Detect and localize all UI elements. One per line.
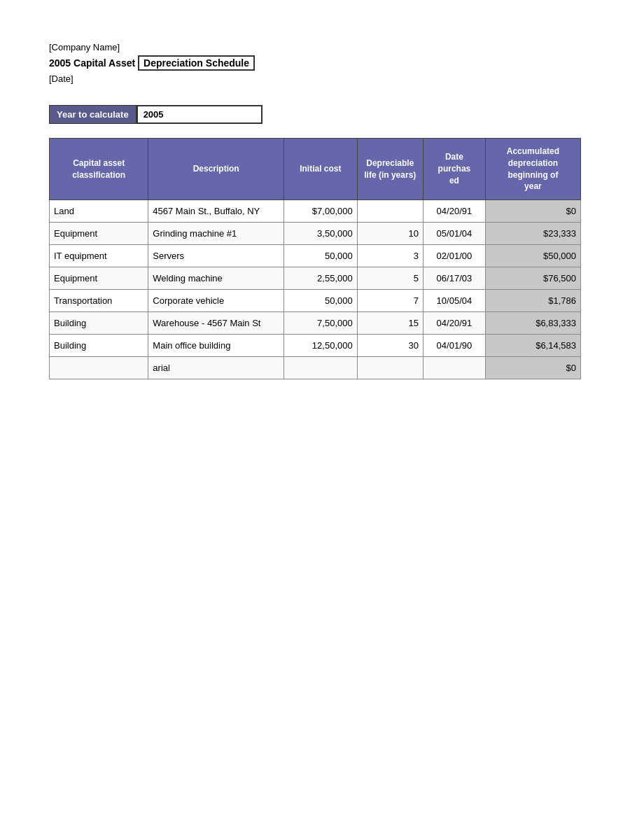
- cell-depreciable_life: 5: [357, 267, 423, 290]
- cell-date_purchased: 04/20/91: [423, 312, 485, 335]
- cell-depreciable_life: 3: [357, 245, 423, 267]
- cell-depreciable_life: 30: [357, 335, 423, 357]
- cell-classification: Building: [50, 312, 148, 335]
- col-header-accumulated: Accumulateddepreciationbeginning ofyear: [485, 139, 580, 200]
- cell-classification: Transportation: [50, 290, 148, 312]
- cell-depreciable_life: 7: [357, 290, 423, 312]
- col-header-depreciable-life: Depreciablelife (in years): [357, 139, 423, 200]
- table-row: EquipmentGrinding machine #13,50,0001005…: [50, 223, 581, 245]
- cell-initial_cost: 12,50,000: [284, 335, 358, 357]
- cell-accumulated: $6,14,583: [485, 335, 580, 357]
- col-header-description: Description: [148, 139, 284, 200]
- cell-initial_cost: 3,50,000: [284, 223, 358, 245]
- year-input[interactable]: 2005: [136, 105, 262, 124]
- cell-description: Servers: [148, 245, 284, 267]
- cell-initial_cost: 50,000: [284, 245, 358, 267]
- cell-depreciable_life: 15: [357, 312, 423, 335]
- table-row: BuildingWarehouse - 4567 Main St7,50,000…: [50, 312, 581, 335]
- cell-description: Grinding machine #1: [148, 223, 284, 245]
- table-row: IT equipmentServers50,000302/01/00$50,00…: [50, 245, 581, 267]
- table-header-row: Capital assetclassification Description …: [50, 139, 581, 200]
- cell-description: Main office building: [148, 335, 284, 357]
- cell-initial_cost: 7,50,000: [284, 312, 358, 335]
- col-header-classification: Capital assetclassification: [50, 139, 148, 200]
- report-title-prefix: 2005 Capital Asset: [49, 57, 135, 69]
- cell-classification: IT equipment: [50, 245, 148, 267]
- year-label: Year to calculate: [49, 105, 136, 124]
- report-title: 2005 Capital Asset Depreciation Schedule: [49, 55, 581, 71]
- cell-date_purchased: 04/01/90: [423, 335, 485, 357]
- cell-description: Welding machine: [148, 267, 284, 290]
- cell-date_purchased: [423, 357, 485, 379]
- cell-depreciable_life: 10: [357, 223, 423, 245]
- table-row: TransportationCorporate vehicle50,000710…: [50, 290, 581, 312]
- header-section: [Company Name] 2005 Capital Asset Deprec…: [49, 42, 581, 84]
- cell-accumulated: $23,333: [485, 223, 580, 245]
- cell-description: Corporate vehicle: [148, 290, 284, 312]
- table-row: Land4567 Main St., Buffalo, NY$7,00,0000…: [50, 200, 581, 223]
- cell-classification: Land: [50, 200, 148, 223]
- cell-date_purchased: 04/20/91: [423, 200, 485, 223]
- cell-initial_cost: [284, 357, 358, 379]
- cell-description: 4567 Main St., Buffalo, NY: [148, 200, 284, 223]
- col-header-initial-cost: Initial cost: [284, 139, 358, 200]
- cell-classification: Equipment: [50, 223, 148, 245]
- cell-classification: [50, 357, 148, 379]
- cell-initial_cost: $7,00,000: [284, 200, 358, 223]
- cell-accumulated: $1,786: [485, 290, 580, 312]
- cell-classification: Equipment: [50, 267, 148, 290]
- cell-accumulated: $0: [485, 200, 580, 223]
- cell-initial_cost: 50,000: [284, 290, 358, 312]
- report-title-box: Depreciation Schedule: [138, 55, 255, 71]
- cell-classification: Building: [50, 335, 148, 357]
- cell-date_purchased: 10/05/04: [423, 290, 485, 312]
- cell-accumulated: $6,83,333: [485, 312, 580, 335]
- table-row: arial$0: [50, 357, 581, 379]
- cell-initial_cost: 2,55,000: [284, 267, 358, 290]
- report-date: [Date]: [49, 74, 581, 84]
- company-name: [Company Name]: [49, 42, 581, 52]
- cell-depreciable_life: [357, 200, 423, 223]
- cell-accumulated: $76,500: [485, 267, 580, 290]
- cell-date_purchased: 06/17/03: [423, 267, 485, 290]
- cell-description: arial: [148, 357, 284, 379]
- table-row: EquipmentWelding machine2,55,000506/17/0…: [50, 267, 581, 290]
- cell-description: Warehouse - 4567 Main St: [148, 312, 284, 335]
- cell-accumulated: $0: [485, 357, 580, 379]
- cell-date_purchased: 02/01/00: [423, 245, 485, 267]
- table-row: BuildingMain office building12,50,000300…: [50, 335, 581, 357]
- cell-depreciable_life: [357, 357, 423, 379]
- year-section: Year to calculate 2005: [49, 105, 581, 124]
- depreciation-table: Capital assetclassification Description …: [49, 138, 581, 379]
- cell-accumulated: $50,000: [485, 245, 580, 267]
- cell-date_purchased: 05/01/04: [423, 223, 485, 245]
- col-header-date-purchased: Datepurchased: [423, 139, 485, 200]
